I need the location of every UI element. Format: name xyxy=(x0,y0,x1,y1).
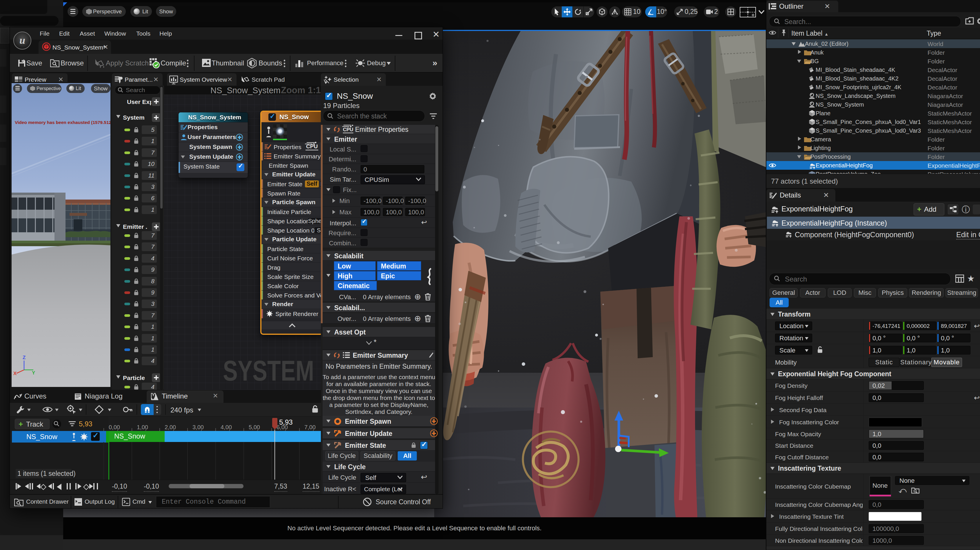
svg-text:X: X xyxy=(13,371,17,376)
svg-text:Y: Y xyxy=(32,370,35,376)
svg-text:Z: Z xyxy=(22,355,25,360)
svg-text:Video memory has been exhauste: Video memory has been exhausted (1579.51… xyxy=(15,120,110,125)
